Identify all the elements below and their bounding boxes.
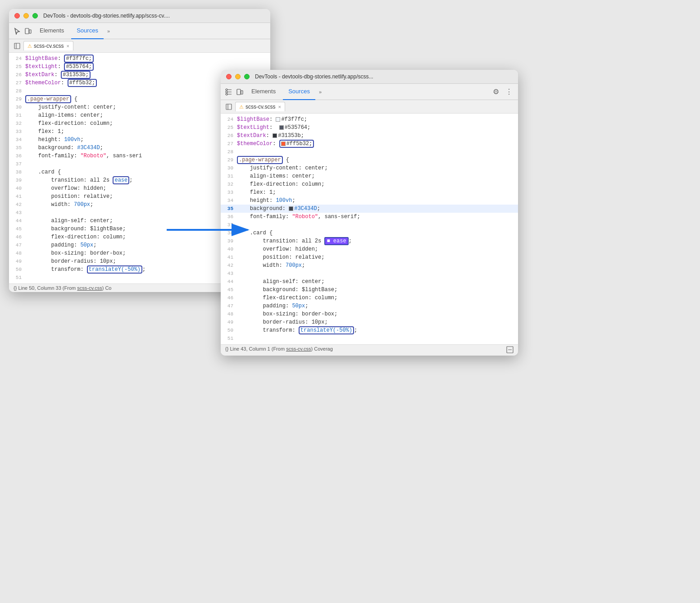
svg-rect-10 [237,89,241,95]
sidebar-toggle-right[interactable] [224,102,233,111]
cursor-icon[interactable] [13,27,22,36]
svg-rect-0 [25,28,29,34]
code-line-47-right: 47 padding: 50px; [221,302,518,310]
traffic-yellow-left[interactable] [23,13,29,18]
file-tab-left[interactable]: ⚠ scss-cv.scss × [23,41,73,50]
file-tab-bar-right: ⚠ scss-cv.scss × [221,100,518,114]
code-line-43-right: 43 [221,270,518,278]
status-icon-right[interactable] [506,346,514,354]
file-tab-label-left: scss-cv.scss [34,43,64,49]
svg-point-5 [226,91,227,93]
code-line-44-right: 44 align-self: center; [221,278,518,286]
code-line-31-right: 31 align-items: center; [221,172,518,180]
code-line-46-right: 46 flex-direction: column; [221,294,518,302]
file-tab-right[interactable]: ⚠ scss-cv.scss × [235,102,285,111]
tab-sources-right[interactable]: Sources [283,84,315,100]
code-line-35-right: 35 background: #3C434D; [221,205,518,213]
code-line-32-right: 32 flex-direction: column; [221,180,518,188]
code-line-36-right: 36 font-family: "Roboto", sans-serif; [221,213,518,221]
code-line-50-right: 50 transform: translateY(-50%); [221,326,518,334]
code-line-49-right: 49 border-radius: 10px; [221,318,518,326]
title-right: DevTools - devtools-dbg-stories.netlify.… [255,73,373,80]
status-bar-right: {} Line 43, Column 1 (From scss-cv.css) … [221,344,518,356]
code-line-51-right: 51 [221,334,518,343]
file-tab-bar-left: ⚠ scss-cv.scss × [9,39,270,53]
traffic-yellow-right[interactable] [235,74,241,79]
tab-sources-left[interactable]: Sources [71,23,104,39]
devtools-window-right: DevTools - devtools-dbg-stories.netlify.… [221,70,518,356]
traffic-green-right[interactable] [244,74,250,79]
code-line-42-right: 42 width: 700px; [221,261,518,270]
titlebar-right: DevTools - devtools-dbg-stories.netlify.… [221,70,518,84]
code-line-38-right: 38 .card { [221,229,518,237]
device-icon-right[interactable] [235,87,244,96]
code-line-24-right: 24 $lightBase: #f3f7fc; [221,115,518,123]
code-line-40-right: 40 overflow: hidden; [221,245,518,253]
svg-rect-12 [226,104,232,110]
code-line-29-right: 29 .page-wrapper { [221,156,518,164]
code-line-39-right: 39 transition: all 2s ■ ease; [221,237,518,245]
code-line-24-left: 24 $lightBase: #f3f7fc; [9,55,270,63]
tab-elements-left[interactable]: Elements [34,23,69,39]
code-line-28-right: 28 [221,148,518,156]
traffic-green-left[interactable] [32,13,38,18]
code-line-45-right: 45 background: $lightBase; [221,286,518,294]
toolbar-left: Elements Sources » [9,23,270,39]
more-options-icon-right[interactable]: ⋮ [504,86,514,98]
svg-point-6 [226,93,227,95]
code-line-30-right: 30 justify-content: center; [221,164,518,172]
code-line-27-right: 27 $themeColor: #ff5b32; [221,140,518,148]
svg-rect-11 [241,91,243,94]
code-lines-right: 24 $lightBase: #f3f7fc; 25 $textLight: #… [221,115,518,343]
code-area-right: 24 $lightBase: #f3f7fc; 25 $textLight: #… [221,114,518,344]
status-text-right: {} Line 43, Column 1 (From scss-cv.css) … [225,346,333,354]
chevron-more-right[interactable]: » [319,89,322,95]
sidebar-toggle-left[interactable] [13,41,22,50]
code-line-37-right: 37 [221,221,518,229]
close-file-tab-right[interactable]: × [278,104,281,110]
code-line-48-right: 48 box-sizing: border-box; [221,310,518,318]
file-tab-label-right: scss-cv.scss [245,104,275,110]
close-file-tab-left[interactable]: × [66,43,69,49]
titlebar-left: DevTools - devtools-dbg-stories.netlify.… [9,9,270,23]
code-line-25-right: 25 $textLight: #535764; [221,123,518,132]
svg-point-4 [226,89,227,91]
device-icon[interactable] [23,27,32,36]
traffic-red-right[interactable] [226,74,232,79]
svg-rect-1 [29,30,31,33]
code-line-34-right: 34 height: 100vh; [221,196,518,205]
warning-icon-left: ⚠ [27,43,32,49]
status-text-left: {} Line 50, Column 33 (From scss-cv.css)… [14,285,111,291]
traffic-red-left[interactable] [14,13,20,18]
warning-icon-right: ⚠ [239,104,244,110]
svg-rect-2 [14,43,20,49]
chevron-more-left[interactable]: » [107,28,110,34]
code-line-33-right: 33 flex: 1; [221,188,518,196]
gear-icon-right[interactable]: ⚙ [491,86,501,98]
code-line-26-right: 26 $textDark: #31353b; [221,132,518,140]
title-left: DevTools - devtools-dbg-stories.netlify.… [43,13,170,19]
code-line-41-right: 41 position: relative; [221,253,518,261]
tab-elements-right[interactable]: Elements [246,84,281,100]
cursor-icon-right[interactable] [224,87,233,96]
toolbar-right: Elements Sources » ⚙ ⋮ [221,84,518,100]
